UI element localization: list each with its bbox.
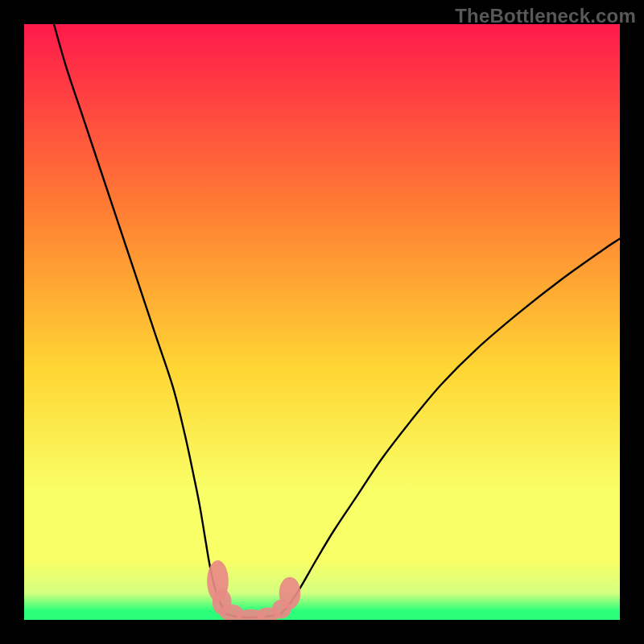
plot-area	[24, 24, 620, 620]
chart-frame: TheBottleneck.com	[0, 0, 644, 644]
trough-marker	[279, 577, 301, 609]
plot-svg	[24, 24, 620, 620]
gradient-background	[24, 24, 620, 620]
